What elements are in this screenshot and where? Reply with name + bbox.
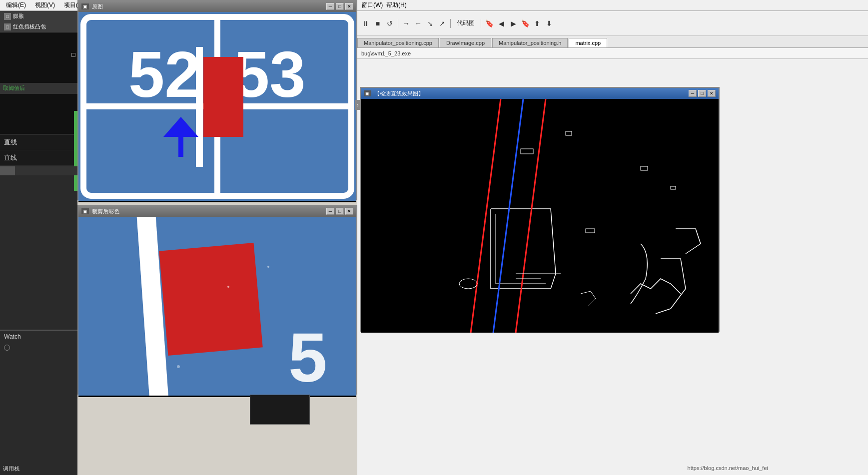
bookmark2[interactable]: 🔖 [520,18,531,29]
svg-text:52: 52 [128,38,201,111]
sep3 [481,19,481,28]
pause-btn[interactable]: ⏸ [360,18,371,29]
sidebar-item-label-1: 取阈值后 [0,83,77,94]
sidebar-icon-hongse: □ [4,23,11,30]
caijianse-title-text: 裁剪后彩色 [92,208,119,215]
watch-radio[interactable] [4,345,10,351]
step-out[interactable]: ↗ [437,18,448,29]
yuantu-minimize[interactable]: ─ [326,3,334,10]
restart-btn[interactable]: ↺ [384,18,395,29]
sidebar-label-hongse: 红色挡板凸包 [13,23,46,30]
panel-line-item-2: 直线 [0,150,77,165]
next-btn[interactable]: ▶ [508,18,519,29]
svg-point-14 [267,266,269,268]
green-bar [74,111,77,191]
caijianse-content: 5 [78,217,356,397]
caijianse-maximize[interactable]: □ [336,208,344,215]
menu-bar-right: 窗口(W) 帮助(H) [357,0,868,11]
lines-title: ▣ 【检测直线效果图】 [364,90,424,97]
step-in[interactable]: ↘ [425,18,436,29]
yuantu-content: 52 53 [78,12,356,202]
window-yuantu: ▣ 原图 ─ □ ✕ 52 53 [77,0,357,200]
path-bar: bug\svm1_5_23.exe [357,48,868,59]
sidebar-icon-pengzhang: □ [4,13,11,20]
down-btn[interactable]: ⬇ [544,18,555,29]
canvas-area-1 [0,33,77,83]
watch-text: Watch [4,333,21,340]
stop-btn[interactable]: ■ [372,18,383,29]
window-lines: ▣ 【检测直线效果图】 ─ □ ✕ [360,87,720,332]
watch-label-container: Watch [0,331,77,343]
caijianse-title: ▣ 裁剪后彩色 [81,208,119,215]
step-over[interactable]: → [401,18,412,29]
debug-label: 调用栈 [3,465,19,473]
lines-minimize[interactable]: ─ [689,90,697,97]
lines-content [361,99,719,333]
tab-matrix-cpp[interactable]: matrix.cpp [569,38,607,47]
yuantu-title-text: 原图 [92,3,103,10]
lines-controls: ─ □ ✕ [689,90,716,97]
sidebar-header-pengzhang[interactable]: □ 膨胀 [0,11,77,21]
bookmark1[interactable]: 🔖 [484,18,495,29]
prev-btn[interactable]: ◀ [496,18,507,29]
yuantu-icon: ▣ [81,3,89,9]
caijianse-controls: ─ □ ✕ [326,208,353,215]
yuantu-title: ▣ 原图 [81,3,103,10]
svg-rect-11 [159,243,263,356]
svg-rect-6 [203,57,243,137]
yuantu-close[interactable]: ✕ [345,3,353,10]
caijianse-image: 5 [78,217,356,396]
scrollbar-area[interactable] [0,166,77,175]
sep1 [398,19,398,28]
svg-text:5: 5 [288,318,327,396]
sidebar-header-hongse[interactable]: □ 红色挡板凸包 [0,21,77,32]
caijianse-close[interactable]: ✕ [345,208,353,215]
file-tabs-bar: Manipulator_positioning.cpp DrawImage.cp… [357,36,868,48]
debug-rect-bottom [250,395,310,425]
caijianse-title-bar[interactable]: ▣ 裁剪后彩色 ─ □ ✕ [78,206,356,217]
window-caijianse: ▣ 裁剪后彩色 ─ □ ✕ 5 [77,205,357,395]
code-view-btn[interactable]: 代码图 [453,17,478,29]
line-label-1: 直线 [4,138,17,146]
takuzhi-label: 取阈值后 [0,83,77,93]
yuantu-image: 52 53 [78,12,356,201]
svg-point-13 [227,286,229,288]
resize-handle-1[interactable] [71,53,75,57]
yuantu-title-bar[interactable]: ▣ 原图 ─ □ ✕ [78,1,356,12]
path-text: bug\svm1_5_23.exe [361,50,411,56]
yuantu-controls: ─ □ ✕ [326,3,353,10]
svg-rect-16 [361,99,719,333]
menu-edit[interactable]: 编辑(E) [2,0,30,10]
sidebar-label-pengzhang: 膨胀 [13,12,24,20]
panel-line-item-1: 直线 [0,135,77,150]
tab-manipulator-cpp[interactable]: Manipulator_positioning.cpp [357,38,439,47]
tab-manipulator-h[interactable]: Manipulator_positioning.h [492,38,568,47]
lines-svg [361,99,719,333]
svg-text:53: 53 [233,38,306,111]
lines-close[interactable]: ✕ [708,90,716,97]
watch-panel: Watch 调用栈 [0,330,77,475]
yuantu-maximize[interactable]: □ [336,3,344,10]
line-label-2: 直线 [4,154,17,161]
lines-title-bar[interactable]: ▣ 【检测直线效果图】 ─ □ ✕ [361,88,719,99]
svg-rect-7 [196,47,203,167]
step-back[interactable]: ← [413,18,424,29]
up-btn[interactable]: ⬆ [532,18,543,29]
canvas-area-2 [0,94,77,134]
watch-radio-item [0,343,77,353]
scrollbar-thumb[interactable] [0,166,15,175]
left-panel: □ 膨胀 □ 红色挡板凸包 取阈值后 直线 直线 [0,11,77,330]
lines-maximize[interactable]: □ [698,90,706,97]
lines-title-text: 【检测直线效果图】 [374,90,424,97]
help-menu[interactable]: 帮助(H) [386,1,407,9]
caijianse-icon: ▣ [81,208,89,214]
url-text: https://blog.csdn.net/mao_hui_fei [688,465,768,471]
tab-drawimage-cpp[interactable]: DrawImage.cpp [440,38,491,47]
sep2 [450,19,451,28]
ide-toolbar: ⏸ ■ ↺ → ← ↘ ↗ 代码图 🔖 ◀ ▶ 🔖 ⬆ ⬇ [357,11,868,36]
svg-point-15 [177,365,180,368]
menu-view[interactable]: 视图(V) [31,0,59,10]
lines-icon: ▣ [364,90,371,96]
window-menu[interactable]: 窗口(W) [361,1,383,9]
caijianse-minimize[interactable]: ─ [326,208,334,215]
